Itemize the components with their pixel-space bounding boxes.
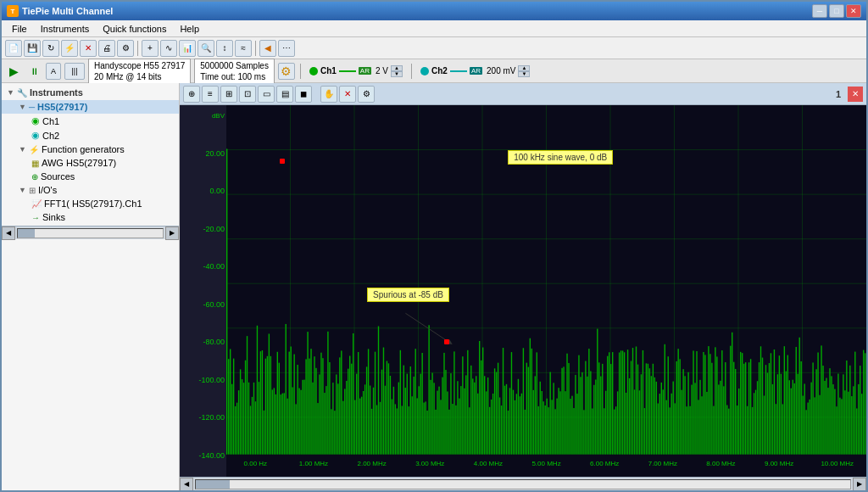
expand-funcgen[interactable]: ▼ [19, 145, 26, 154]
cursor-button[interactable]: ↕ [216, 40, 233, 57]
svg-rect-346 [782, 404, 783, 454]
svg-rect-277 [666, 400, 667, 455]
expand-ios[interactable]: ▼ [19, 186, 26, 194]
svg-rect-344 [779, 355, 780, 455]
svg-rect-315 [730, 346, 731, 455]
svg-rect-165 [477, 394, 478, 455]
chart-sb-left[interactable]: ◀ [180, 478, 193, 491]
ch2-control: Ch2 AR 200 mV ▲ ▼ [417, 64, 534, 78]
ch-tb-cursor[interactable]: ⊕ [183, 86, 200, 103]
menu-instruments[interactable]: Instruments [34, 22, 96, 36]
chart-close[interactable]: ✕ [848, 87, 863, 102]
tree-item-awg[interactable]: ▦ AWG HS5(27917) [2, 156, 179, 170]
svg-rect-23 [238, 390, 239, 455]
ch-tb-gear[interactable]: ⚙ [358, 86, 375, 103]
ch2-up[interactable]: ▲ [518, 65, 530, 71]
svg-rect-86 [344, 389, 345, 454]
y-unit: dBV [181, 112, 225, 120]
svg-rect-63 [305, 359, 306, 454]
single-button[interactable]: ||| [64, 63, 85, 80]
ch-tb-settings[interactable]: ▤ [276, 86, 293, 103]
tree-item-sinks[interactable]: → Sinks [2, 210, 179, 224]
ch1-up[interactable]: ▲ [391, 65, 403, 71]
svg-rect-16 [226, 148, 227, 454]
svg-rect-199 [535, 376, 536, 454]
svg-rect-26 [243, 383, 244, 455]
maximize-button[interactable]: □ [829, 4, 844, 18]
svg-rect-133 [423, 403, 424, 455]
save-button[interactable]: 💾 [24, 40, 41, 57]
expand-instruments[interactable]: ▼ [7, 88, 14, 97]
add-button[interactable]: + [142, 40, 159, 57]
svg-rect-323 [743, 364, 744, 455]
menu-help[interactable]: Help [173, 22, 206, 36]
menu-file[interactable]: File [5, 22, 34, 36]
svg-rect-125 [410, 366, 411, 455]
ch-tb-zoom[interactable]: ≡ [202, 86, 219, 103]
minimize-button[interactable]: ─ [812, 4, 827, 18]
svg-rect-98 [364, 384, 365, 454]
svg-rect-262 [641, 374, 642, 454]
chart-sb-thumb[interactable] [196, 480, 230, 489]
ch1-down[interactable]: ▼ [391, 71, 403, 77]
chart-sb-track[interactable] [195, 479, 851, 489]
svg-rect-69 [315, 368, 316, 455]
auto-button[interactable]: A [46, 63, 61, 80]
more-button[interactable]: ⋯ [278, 40, 295, 57]
stop-button[interactable]: ✕ [80, 40, 97, 57]
svg-rect-57 [295, 404, 296, 454]
svg-rect-90 [351, 364, 352, 455]
sep1 [137, 41, 138, 56]
tree-item-ch2[interactable]: ◉ Ch2 [2, 128, 179, 143]
tree-item-ch1[interactable]: ◉ Ch1 [2, 114, 179, 128]
wave-button[interactable]: ≈ [235, 40, 252, 57]
svg-rect-283 [676, 361, 676, 455]
ch2-radio[interactable]: ◉ [31, 130, 40, 141]
config-button[interactable]: ⚙ [278, 63, 295, 80]
svg-rect-245 [612, 352, 613, 455]
sb-thumb[interactable] [18, 229, 35, 238]
svg-rect-320 [738, 389, 739, 455]
svg-rect-318 [735, 369, 736, 455]
measure-button[interactable]: 📊 [179, 40, 196, 57]
svg-rect-38 [264, 411, 264, 455]
ch-tb-measure[interactable]: ⊞ [220, 86, 237, 103]
ch-tb-color[interactable]: ◼ [295, 86, 312, 103]
ch1-radio[interactable]: ◉ [31, 115, 40, 126]
svg-rect-291 [689, 406, 690, 455]
ch1-spinner[interactable]: ▲ ▼ [391, 65, 403, 77]
new-button[interactable]: 📄 [5, 40, 22, 57]
ch-tb-grid[interactable]: ⊡ [239, 86, 256, 103]
tree-item-sources[interactable]: ⊕ Sources [2, 170, 179, 183]
tree-item-funcgen[interactable]: ▼ ⚡ Function generators [2, 143, 179, 156]
ios-label: I/O's [38, 185, 57, 195]
zoom-button[interactable]: 🔍 [198, 40, 214, 57]
svg-rect-88 [348, 369, 348, 455]
svg-rect-390 [856, 408, 857, 454]
ch-tb-delete[interactable]: ✕ [339, 86, 356, 103]
ch2-spinner[interactable]: ▲ ▼ [518, 65, 530, 77]
ch-tb-ruler[interactable]: ▭ [258, 86, 275, 103]
print-button[interactable]: 🖨 [98, 40, 115, 57]
close-button[interactable]: ✕ [846, 4, 861, 18]
ch-tb-pan[interactable]: ✋ [320, 86, 337, 103]
sb-right[interactable]: ▶ [165, 226, 179, 240]
sb-left[interactable]: ◀ [2, 226, 15, 240]
fft-button[interactable]: ∿ [160, 40, 177, 57]
settings-button[interactable]: ⚙ [117, 40, 134, 57]
scope-name: Handyscope H55 27917 [94, 60, 185, 71]
chart-sb-right[interactable]: ▶ [853, 478, 866, 491]
ch2-down[interactable]: ▼ [518, 71, 530, 77]
tree-item-ios[interactable]: ▼ ⊞ I/O's [2, 183, 179, 197]
menu-quick-functions[interactable]: Quick functions [96, 22, 173, 36]
play-button[interactable]: ▶ [5, 63, 22, 80]
tree-item-fft[interactable]: 📈 FFT1( HS5(27917).Ch1 [2, 197, 179, 210]
svg-rect-127 [414, 377, 415, 455]
connect-button[interactable]: ⚡ [61, 40, 78, 57]
expand-hs5[interactable]: ▼ [19, 103, 26, 111]
sb-track[interactable] [17, 228, 164, 238]
tree-item-hs5[interactable]: ▼ ─ HS5(27917) [2, 100, 179, 114]
pause-button[interactable]: ⏸ [25, 63, 42, 80]
refresh-button[interactable]: ↻ [42, 40, 59, 57]
trigger-button[interactable]: ◀ [259, 40, 276, 57]
